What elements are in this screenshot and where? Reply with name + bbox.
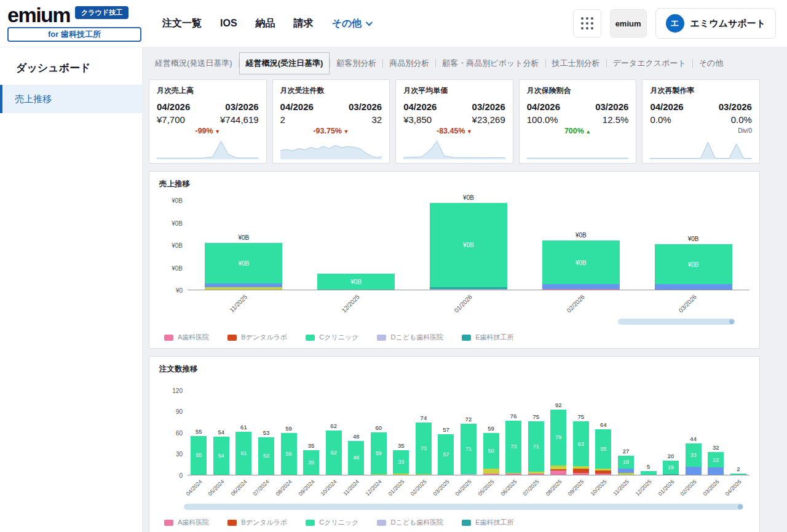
bar-segment[interactable]: 50	[483, 433, 499, 469]
nav-item-5[interactable]: その他	[332, 17, 371, 30]
stacked-bar[interactable]: ¥0B	[430, 203, 507, 290]
stacked-bar[interactable]: 35	[303, 450, 319, 475]
legend-item[interactable]: Dこども歯科医院	[377, 333, 443, 342]
bar-segment[interactable]: 61	[235, 432, 251, 475]
tab-8[interactable]: その他	[693, 53, 730, 74]
legend-item[interactable]: A歯科医院	[164, 518, 209, 527]
bar-segment[interactable]: 71	[461, 424, 477, 474]
bar-segment[interactable]	[393, 474, 409, 475]
emium-app-button[interactable]: emium	[610, 9, 647, 38]
stacked-bar[interactable]: 55	[191, 436, 207, 475]
legend-item[interactable]: E歯科技工所	[462, 518, 513, 527]
tab-1[interactable]: 経営概況(発送日基準)	[149, 53, 239, 74]
bar-segment[interactable]: 55	[595, 429, 611, 468]
stacked-bar[interactable]: 71	[528, 421, 544, 475]
bar-segment[interactable]: 22	[708, 452, 724, 467]
stacked-bar[interactable]: 18	[618, 456, 634, 475]
stacked-bar[interactable]: 33	[686, 443, 702, 475]
bar-segment[interactable]	[483, 469, 499, 474]
bar-segment[interactable]: ¥0B	[205, 243, 282, 284]
bar-segment[interactable]: 33	[393, 450, 409, 474]
stacked-bar[interactable]: 22	[708, 452, 724, 475]
bar-segment[interactable]: 63	[573, 421, 589, 466]
stacked-bar[interactable]: 33	[393, 450, 409, 475]
bar-segment[interactable]	[686, 467, 702, 475]
stacked-bar[interactable]: 57	[438, 434, 454, 475]
legend-item[interactable]: Cクリニック	[306, 518, 358, 527]
stacked-bar[interactable]: 73	[505, 421, 521, 475]
tab-5[interactable]: 顧客・商品別ピボット分析	[436, 53, 545, 74]
bar-segment[interactable]: ¥0B	[430, 203, 507, 287]
bar-segment[interactable]: 48	[348, 441, 364, 475]
stacked-bar[interactable]: ¥0B	[542, 240, 620, 290]
bar-segment[interactable]: ¥0B	[655, 244, 732, 285]
stacked-bar[interactable]: 62	[326, 431, 342, 475]
bar-segment[interactable]	[595, 474, 611, 475]
stacked-bar[interactable]: 48	[348, 441, 364, 475]
bar-segment[interactable]	[205, 287, 282, 290]
bar-segment[interactable]	[371, 474, 387, 475]
bar-segment[interactable]: ¥0B	[542, 240, 620, 284]
bar-segment[interactable]	[505, 474, 521, 475]
stacked-bar[interactable]: 59	[281, 433, 297, 475]
scrollbar-knob[interactable]	[738, 504, 743, 509]
bar-segment[interactable]	[730, 474, 746, 475]
bar-segment[interactable]	[655, 284, 732, 290]
bar-segment[interactable]	[542, 284, 620, 288]
bar-segment[interactable]: 54	[213, 437, 229, 475]
nav-item-1[interactable]: 注文一覧	[162, 17, 202, 30]
stacked-bar[interactable]	[641, 471, 657, 475]
stacked-bar[interactable]: 73	[416, 423, 432, 475]
legend-item[interactable]: E歯科技工所	[462, 333, 513, 342]
tab-4[interactable]: 商品別分析	[383, 53, 435, 74]
legend-item[interactable]: Cクリニック	[306, 333, 358, 342]
bar-segment[interactable]	[483, 474, 499, 475]
bar-segment[interactable]	[641, 471, 657, 475]
bar-segment[interactable]	[708, 467, 724, 475]
nav-item-3[interactable]: 納品	[256, 17, 275, 30]
apps-grid-button[interactable]	[573, 9, 601, 38]
bar-segment[interactable]	[461, 474, 477, 475]
nav-item-2[interactable]: IOS	[220, 18, 237, 29]
bar-segment[interactable]: 57	[438, 434, 454, 475]
legend-item[interactable]: Bデンタルラボ	[227, 333, 287, 342]
bar-segment[interactable]	[663, 474, 679, 475]
stacked-bar[interactable]: 61	[235, 432, 251, 475]
horizontal-scrollbar[interactable]	[184, 504, 743, 510]
stacked-bar[interactable]: 19	[663, 461, 679, 475]
bar-segment[interactable]: 18	[618, 456, 634, 469]
bar-segment[interactable]	[416, 474, 432, 475]
bar-segment[interactable]	[542, 289, 620, 290]
stacked-bar[interactable]: ¥0B	[205, 243, 282, 290]
bar-segment[interactable]: 79	[550, 410, 566, 466]
stacked-bar[interactable]: 50	[483, 433, 499, 475]
support-button[interactable]: エ エミウムサポート	[655, 8, 776, 39]
horizontal-scrollbar[interactable]	[618, 319, 735, 325]
bar-segment[interactable]: 59	[371, 432, 387, 474]
legend-item[interactable]: A歯科医院	[164, 333, 209, 342]
stacked-bar[interactable]: 55	[595, 429, 611, 475]
bar-segment[interactable]	[528, 474, 544, 475]
tab-7[interactable]: データエクスポート	[607, 53, 692, 74]
stacked-bar[interactable]: 79	[550, 410, 566, 475]
bar-segment[interactable]: 62	[326, 431, 342, 475]
stacked-bar[interactable]: 54	[213, 437, 229, 475]
nav-item-4[interactable]: 請求	[294, 17, 314, 30]
bar-segment[interactable]: 19	[663, 461, 679, 474]
bar-segment[interactable]	[618, 469, 634, 473]
legend-item[interactable]: Dこども歯科医院	[377, 518, 443, 527]
bar-segment[interactable]	[618, 473, 634, 475]
stacked-bar[interactable]: ¥0B	[655, 244, 732, 290]
stacked-bar[interactable]: ¥0B	[317, 274, 395, 290]
bar-segment[interactable]: 59	[281, 433, 297, 475]
bar-segment[interactable]	[550, 470, 566, 475]
scrollbar-knob[interactable]	[729, 319, 734, 324]
tab-6[interactable]: 技工士別分析	[546, 53, 606, 74]
bar-segment[interactable]: 35	[303, 450, 319, 475]
logo[interactable]: emium	[7, 5, 70, 25]
stacked-bar[interactable]: 63	[573, 421, 589, 475]
bar-segment[interactable]: 71	[528, 421, 544, 472]
bar-segment[interactable]: 55	[191, 436, 207, 475]
bar-segment[interactable]: 73	[416, 423, 432, 474]
bar-segment[interactable]	[573, 469, 589, 473]
